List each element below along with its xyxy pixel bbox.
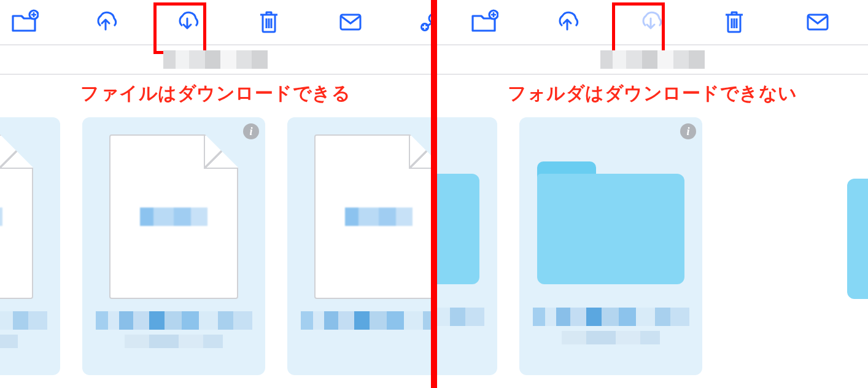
panel-file-download: ファイルはダウンロードできる i <box>0 0 431 388</box>
file-grid: i <box>437 117 868 387</box>
folder-icon <box>537 161 684 284</box>
folder-tile-selected[interactable]: i <box>519 117 702 375</box>
caption-text: フォルダはダウンロードできない <box>437 75 868 117</box>
trash-icon[interactable] <box>717 5 751 39</box>
file-icon <box>0 134 33 299</box>
new-folder-icon[interactable] <box>9 5 39 39</box>
cloud-download-icon-disabled <box>634 5 668 39</box>
comparison-divider <box>431 0 437 388</box>
info-icon[interactable]: i <box>680 123 696 139</box>
svg-point-2 <box>429 14 431 23</box>
svg-rect-1 <box>341 15 360 29</box>
breadcrumb-bar <box>437 45 868 75</box>
mail-icon[interactable] <box>800 5 835 39</box>
trash-icon[interactable] <box>254 5 284 39</box>
folder-icon <box>437 161 479 284</box>
redacted-breadcrumb <box>600 50 705 69</box>
toolbar <box>437 0 868 45</box>
redacted-meta <box>125 335 223 348</box>
redacted-meta <box>0 335 18 348</box>
cloud-upload-icon[interactable] <box>91 5 120 39</box>
redacted-preview <box>0 208 2 226</box>
redacted-breadcrumb <box>163 50 268 69</box>
folder-tile[interactable] <box>437 117 497 375</box>
info-icon[interactable]: i <box>243 123 259 139</box>
redacted-meta <box>562 331 660 344</box>
share-person-icon[interactable] <box>417 5 431 39</box>
file-tile-selected[interactable]: i <box>82 117 265 375</box>
redacted-preview <box>140 208 207 226</box>
redacted-preview <box>345 208 413 226</box>
mail-icon[interactable] <box>336 5 365 39</box>
cloud-upload-icon[interactable] <box>550 5 584 39</box>
file-tile[interactable] <box>0 117 60 375</box>
folder-tile-peek[interactable] <box>847 179 868 299</box>
redacted-filename <box>96 311 252 330</box>
redacted-filename <box>0 311 47 330</box>
file-icon <box>314 134 431 299</box>
caption-text: ファイルはダウンロードできる <box>0 75 431 117</box>
redacted-foldername <box>533 308 689 326</box>
file-tile[interactable] <box>287 117 431 375</box>
redacted-filename <box>301 311 432 330</box>
redacted-foldername <box>437 308 484 326</box>
cloud-download-icon[interactable] <box>172 5 202 39</box>
toolbar <box>0 0 431 45</box>
new-folder-icon[interactable] <box>467 5 501 39</box>
breadcrumb-bar <box>0 45 431 75</box>
file-icon <box>109 134 238 299</box>
panel-folder-download: フォルダはダウンロードできない i <box>437 0 868 388</box>
svg-rect-5 <box>808 15 827 29</box>
file-grid: i <box>0 117 431 387</box>
